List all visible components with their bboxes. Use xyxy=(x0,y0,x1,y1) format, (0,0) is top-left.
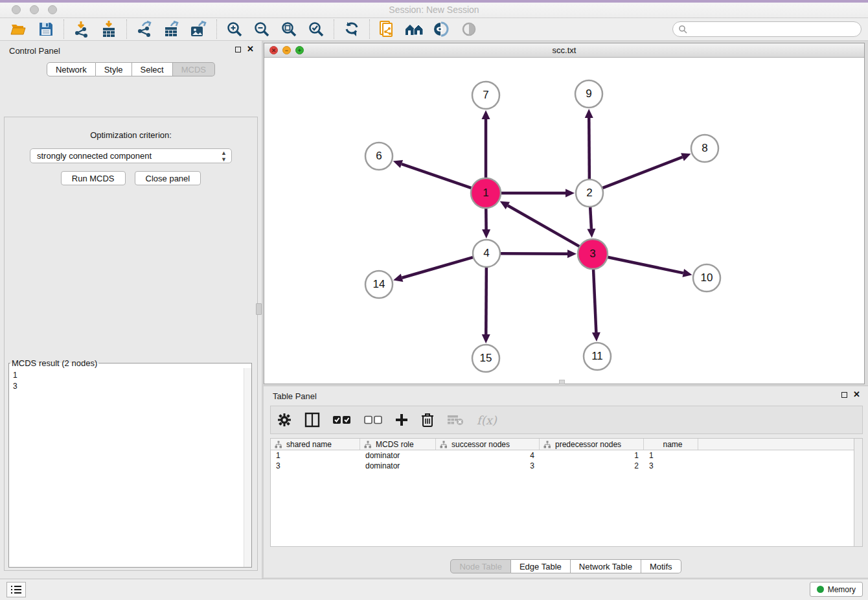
table-cell: 3 xyxy=(644,461,698,470)
criterion-value: strongly connected component xyxy=(37,151,152,161)
edge-2-8[interactable] xyxy=(602,157,683,188)
save-session-icon[interactable] xyxy=(36,19,56,39)
column-label: name xyxy=(663,440,682,449)
column-header-successor-nodes[interactable]: successor nodes xyxy=(436,439,540,450)
table-settings-gear-icon[interactable] xyxy=(277,410,291,430)
toolbar-separator xyxy=(216,19,217,39)
tab-select[interactable]: Select xyxy=(132,62,173,76)
zoom-selected-icon[interactable] xyxy=(306,19,326,39)
network-canvas[interactable]: 1234678910111415 xyxy=(264,58,864,384)
column-header-shared-name[interactable]: shared name xyxy=(271,439,360,450)
close-panel-icon[interactable]: ✕ xyxy=(247,46,254,52)
memory-label: Memory xyxy=(828,585,856,594)
home-icon[interactable] xyxy=(405,19,424,39)
arrowhead-icon xyxy=(567,249,577,258)
column-header-MCDS-role[interactable]: MCDS role xyxy=(360,439,436,450)
arrowhead-icon xyxy=(565,189,575,198)
tab-style[interactable]: Style xyxy=(96,62,132,76)
table-row[interactable]: 1dominator411 xyxy=(271,450,862,461)
tab-network[interactable]: Network xyxy=(47,62,96,76)
toolbar-separator xyxy=(334,19,334,39)
table-row[interactable]: 3dominator323 xyxy=(271,461,862,471)
app-title: Session: New Session xyxy=(0,5,868,15)
network-graph[interactable]: 1234678910111415 xyxy=(264,58,864,384)
control-panel-title: Control Panel xyxy=(9,46,60,56)
table-body: 1dominator4113dominator323 xyxy=(271,450,862,471)
edge-3-1[interactable] xyxy=(508,205,580,246)
float-panel-icon[interactable] xyxy=(235,47,241,52)
graph-node-label-8: 8 xyxy=(702,142,707,154)
arrowhead-icon xyxy=(592,332,600,341)
import-network-icon[interactable] xyxy=(72,19,91,39)
refresh-layout-icon[interactable] xyxy=(342,19,361,39)
tab-motifs[interactable]: Motifs xyxy=(641,559,681,573)
mcds-result-title: MCDS result (2 nodes) xyxy=(10,358,98,368)
hierarchy-icon xyxy=(440,441,448,448)
memory-button[interactable]: Memory xyxy=(810,582,863,597)
delete-table-icon xyxy=(447,410,464,430)
result-scrollbar[interactable] xyxy=(244,368,251,567)
edge-1-6[interactable] xyxy=(402,164,472,188)
export-image-icon[interactable] xyxy=(189,19,209,39)
status-bar: Memory xyxy=(0,579,868,600)
network-window-title: scc.txt xyxy=(264,45,864,55)
dropdown-arrows-icon: ▲▼ xyxy=(221,150,227,163)
table-cell: dominator xyxy=(360,461,436,470)
task-history-button[interactable] xyxy=(6,582,26,597)
zoom-in-icon[interactable] xyxy=(225,19,244,39)
export-network-icon[interactable] xyxy=(135,19,154,39)
edge-4-3[interactable] xyxy=(500,253,567,254)
hierarchy-icon xyxy=(275,441,282,448)
column-label: successor nodes xyxy=(451,440,510,449)
run-mcds-button[interactable]: Run MCDS xyxy=(61,171,126,185)
arrowhead-icon xyxy=(393,160,403,168)
edge-4-14[interactable] xyxy=(402,257,474,278)
deselect-all-columns-icon[interactable] xyxy=(364,410,382,430)
import-table-icon[interactable] xyxy=(99,19,119,39)
edge-3-10[interactable] xyxy=(608,257,683,273)
delete-column-icon[interactable] xyxy=(421,410,434,430)
clone-network-icon[interactable] xyxy=(378,19,397,39)
table-cell: 2 xyxy=(540,461,644,470)
network-resize-handle[interactable] xyxy=(559,380,565,384)
search-input[interactable] xyxy=(687,23,861,36)
column-header-name[interactable]: name xyxy=(644,439,698,450)
edge-4-15[interactable] xyxy=(486,267,486,334)
network-window-titlebar[interactable]: ✕ − + scc.txt xyxy=(264,43,864,58)
style-preview-icon[interactable] xyxy=(432,19,451,39)
hide-view-icon[interactable] xyxy=(459,19,479,39)
graph-node-label-6: 6 xyxy=(376,150,382,162)
graph-node-label-1: 1 xyxy=(483,187,488,199)
close-panel-button[interactable]: Close panel xyxy=(135,171,201,185)
arrowhead-icon xyxy=(682,269,692,277)
mcds-tab-content: Optimization criterion: strongly connect… xyxy=(4,117,258,571)
close-table-panel-icon[interactable]: ✕ xyxy=(853,391,860,398)
zoom-out-icon[interactable] xyxy=(252,19,271,39)
table-scrollbar[interactable] xyxy=(854,439,862,546)
table-cell: dominator xyxy=(360,451,436,460)
export-table-icon[interactable] xyxy=(162,19,181,39)
zoom-fit-icon[interactable] xyxy=(279,19,299,39)
column-header-predecessor-nodes[interactable]: predecessor nodes xyxy=(540,439,644,450)
splitter-handle[interactable] xyxy=(256,303,262,315)
edge-2-9[interactable] xyxy=(589,118,589,179)
tab-mcds[interactable]: MCDS xyxy=(173,62,215,76)
select-all-columns-icon[interactable] xyxy=(333,410,351,430)
tab-edge-table[interactable]: Edge Table xyxy=(511,559,571,573)
search-box[interactable] xyxy=(672,21,862,37)
mcds-result-text[interactable]: 1 3 xyxy=(9,368,244,567)
tab-node-table[interactable]: Node Table xyxy=(450,559,511,573)
edge-3-11[interactable] xyxy=(593,269,596,332)
show-columns-icon[interactable] xyxy=(304,410,320,430)
main-toolbar xyxy=(0,18,868,41)
edge-2-3[interactable] xyxy=(590,207,591,229)
mcds-result-box: MCDS result (2 nodes) 1 3 xyxy=(8,358,252,568)
column-label: predecessor nodes xyxy=(555,440,621,449)
float-table-panel-icon[interactable] xyxy=(841,392,847,398)
toolbar-separator xyxy=(126,19,127,39)
criterion-dropdown[interactable]: strongly connected component ▲▼ xyxy=(30,148,232,163)
open-session-icon[interactable] xyxy=(9,19,29,39)
create-column-icon[interactable] xyxy=(395,410,408,430)
tab-network-table[interactable]: Network Table xyxy=(571,559,641,573)
arrowhead-icon xyxy=(587,229,595,238)
